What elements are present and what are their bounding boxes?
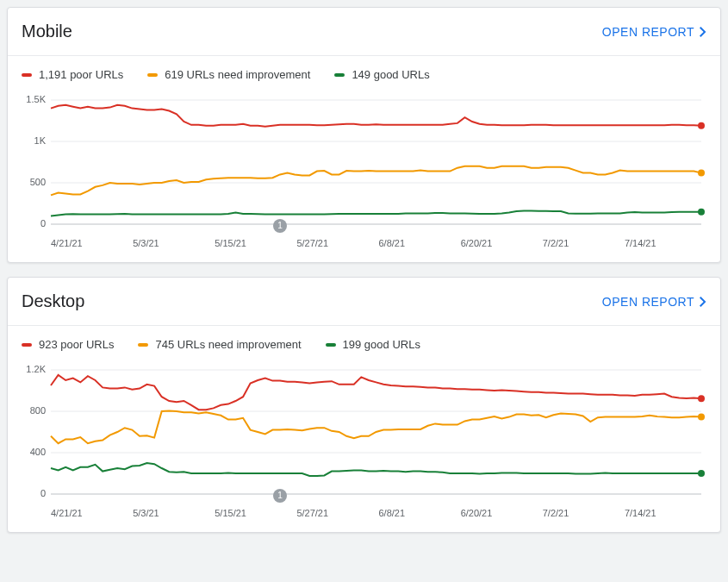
legend-item-need-improvement: 619 URLs need improvement — [147, 68, 310, 81]
legend-item-good: 199 good URLs — [326, 338, 420, 351]
svg-text:1K: 1K — [34, 135, 47, 146]
x-tick-label: 5/15/21 — [215, 508, 296, 518]
desktop-chart-svg: 04008001.2K — [22, 363, 706, 501]
open-report-label: OPEN REPORT — [602, 25, 694, 39]
legend-item-good: 149 good URLs — [334, 68, 429, 81]
open-report-label: OPEN REPORT — [602, 295, 694, 309]
chevron-right-icon — [700, 27, 706, 37]
mobile-x-axis: 4/21/215/3/215/15/215/27/216/8/216/20/21… — [8, 238, 720, 262]
desktop-legend: 923 poor URLs 745 URLs need improvement … — [8, 326, 720, 356]
svg-point-8 — [698, 122, 705, 129]
mobile-card: Mobile OPEN REPORT 1,191 poor URLs 619 U… — [7, 7, 721, 263]
x-tick-label: 4/21/21 — [51, 508, 133, 518]
svg-text:500: 500 — [30, 177, 46, 187]
legend-label: 149 good URLs — [352, 68, 429, 81]
svg-text:0: 0 — [40, 488, 46, 498]
svg-point-19 — [698, 395, 705, 402]
legend-label: 619 URLs need improvement — [165, 68, 310, 81]
x-tick-label: 7/14/21 — [625, 508, 706, 518]
x-tick-label: 6/20/21 — [461, 508, 543, 518]
legend-label: 1,191 poor URLs — [39, 68, 123, 81]
legend-swatch-poor — [22, 73, 32, 77]
svg-point-20 — [698, 414, 705, 421]
svg-text:0: 0 — [40, 218, 46, 228]
mobile-chart: 05001K1.5K 1 — [8, 86, 720, 238]
x-tick-label: 5/3/21 — [133, 508, 215, 518]
x-tick-label: 7/14/21 — [625, 238, 706, 248]
svg-text:800: 800 — [30, 405, 46, 416]
x-tick-label: 5/27/21 — [296, 238, 378, 248]
svg-point-10 — [698, 209, 705, 216]
desktop-card-header: Desktop OPEN REPORT — [8, 278, 720, 318]
x-tick-label: 7/2/21 — [543, 508, 625, 518]
legend-swatch-good — [334, 73, 345, 77]
x-tick-label: 6/8/21 — [379, 238, 461, 248]
x-tick-label: 5/15/21 — [215, 238, 296, 248]
desktop-chart: 04008001.2K 1 — [8, 356, 720, 508]
svg-point-21 — [698, 470, 705, 477]
chevron-right-icon — [700, 297, 706, 307]
desktop-card: Desktop OPEN REPORT 923 poor URLs 745 UR… — [7, 277, 721, 533]
svg-text:400: 400 — [30, 447, 46, 457]
legend-swatch-poor — [22, 343, 32, 347]
legend-swatch-ni — [138, 343, 148, 347]
svg-text:1.2K: 1.2K — [26, 364, 46, 374]
mobile-chart-svg: 05001K1.5K — [22, 93, 706, 231]
timeline-marker-icon[interactable]: 1 — [273, 219, 287, 233]
x-tick-label: 5/27/21 — [296, 508, 378, 518]
legend-swatch-ni — [147, 73, 158, 77]
legend-swatch-good — [326, 343, 336, 347]
legend-label: 923 poor URLs — [39, 338, 114, 351]
legend-label: 745 URLs need improvement — [155, 338, 301, 351]
x-tick-label: 6/20/21 — [461, 238, 543, 248]
x-tick-label: 6/8/21 — [379, 508, 461, 518]
desktop-x-axis: 4/21/215/3/215/15/215/27/216/8/216/20/21… — [8, 508, 720, 532]
timeline-marker-icon[interactable]: 1 — [273, 489, 287, 503]
mobile-card-header: Mobile OPEN REPORT — [8, 8, 720, 48]
legend-label: 199 good URLs — [343, 338, 420, 351]
desktop-open-report-link[interactable]: OPEN REPORT — [602, 295, 706, 309]
x-tick-label: 4/21/21 — [51, 238, 133, 248]
mobile-title: Mobile — [22, 22, 72, 41]
legend-item-poor: 1,191 poor URLs — [22, 68, 123, 81]
svg-point-9 — [698, 170, 705, 177]
legend-item-poor: 923 poor URLs — [22, 338, 114, 351]
desktop-title: Desktop — [22, 291, 84, 311]
x-tick-label: 5/3/21 — [133, 238, 215, 248]
svg-text:1.5K: 1.5K — [26, 94, 46, 104]
mobile-open-report-link[interactable]: OPEN REPORT — [602, 25, 706, 39]
mobile-legend: 1,191 poor URLs 619 URLs need improvemen… — [8, 56, 720, 86]
x-tick-label: 7/2/21 — [543, 238, 625, 248]
legend-item-need-improvement: 745 URLs need improvement — [138, 338, 301, 351]
